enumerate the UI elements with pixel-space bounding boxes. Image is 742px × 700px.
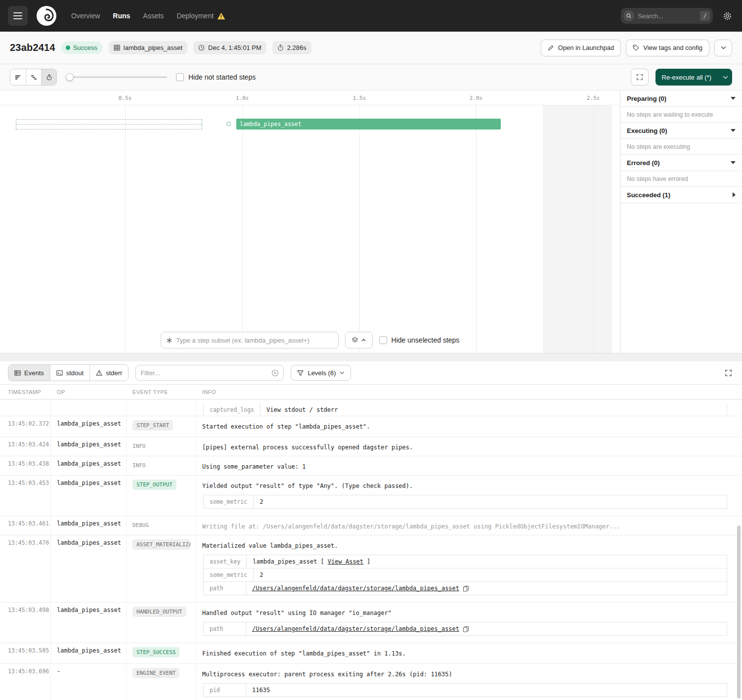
gantt-fullscreen-button[interactable] <box>631 69 649 86</box>
step-waiting-box <box>16 119 202 130</box>
event-type-badge: STEP_OUTPUT <box>132 480 176 490</box>
log-row[interactable]: 13:45:03.470lambda_pipes_assetASSET_MATE… <box>0 535 742 603</box>
view-tags-config-label: View tags and config <box>643 44 702 51</box>
nav-item-assets[interactable]: Assets <box>143 12 164 20</box>
metadata-key: path <box>204 582 246 595</box>
column-header-info: INFO <box>196 385 742 399</box>
log-event-type <box>127 399 196 416</box>
hide-not-started-checkbox[interactable]: Hide not started steps <box>176 73 256 81</box>
log-filter-input[interactable] <box>140 369 267 377</box>
section-label: Succeeded (1) <box>627 191 670 199</box>
chevron-up-icon <box>361 339 366 342</box>
path-link[interactable]: /Users/alangenfeld/data/dagster/storage/… <box>252 625 459 632</box>
chevron-down-icon <box>731 129 736 132</box>
section-errored[interactable]: Errored (0) <box>620 155 742 171</box>
nav-item-overview[interactable]: Overview <box>71 12 100 20</box>
view-tags-config-button[interactable]: View tags and config <box>626 40 709 56</box>
log-info: Writing file at: /Users/alangenfeld/data… <box>196 516 742 535</box>
log-info: Handled output "result" using IO manager… <box>196 603 742 643</box>
zoom-slider-thumb[interactable] <box>66 73 74 81</box>
reexecute-dropdown-button[interactable] <box>718 69 732 86</box>
global-search[interactable]: / <box>621 8 713 24</box>
tab-stdout[interactable]: stdout <box>50 365 89 381</box>
menu-button[interactable] <box>8 6 28 26</box>
path-link[interactable]: /Users/alangenfeld/data/dagster/storage/… <box>252 585 459 592</box>
clear-filter-icon[interactable] <box>271 369 279 377</box>
log-rows: captured_logsView stdout / stderr13:45:0… <box>0 399 742 700</box>
nav-item-deployment[interactable]: Deployment <box>176 12 225 20</box>
hide-unselected-checkbox[interactable]: Hide unselected steps <box>379 336 460 344</box>
gridline <box>476 105 477 353</box>
section-label: Executing (0) <box>627 127 667 134</box>
log-timestamp <box>0 399 51 416</box>
log-op: lambda_pipes_asset <box>51 516 127 535</box>
levels-dropdown-button[interactable]: Levels (6) <box>291 365 351 381</box>
op-selector-icon <box>166 337 173 344</box>
duration: 2.286s <box>287 44 306 51</box>
log-op: lambda_pipes_asset <box>51 476 127 516</box>
after-run-shade <box>543 105 612 353</box>
nav-item-runs[interactable]: Runs <box>113 12 130 20</box>
open-in-launchpad-button[interactable]: Open in Launchpad <box>541 40 621 56</box>
log-tabs: Events stdout stderr <box>8 364 129 381</box>
log-filter-box[interactable] <box>135 365 284 381</box>
section-succeeded[interactable]: Succeeded (1) <box>620 187 742 203</box>
start-time-chip: Dec 4, 1:45:01 PM <box>193 41 266 54</box>
log-row[interactable]: 13:45:03.696-ENGINE_EVENTMultiprocess ex… <box>0 664 742 700</box>
log-row[interactable]: 13:45:03.498lambda_pipes_assetHANDLED_OU… <box>0 603 742 643</box>
run-actions-dropdown-button[interactable] <box>714 40 732 56</box>
settings-button[interactable] <box>721 9 734 23</box>
log-op: lambda_pipes_asset <box>51 416 127 437</box>
graph-query-toggle-button[interactable] <box>345 332 373 349</box>
job-chip[interactable]: lambda_pipes_asset <box>109 41 187 54</box>
status-badge: Success <box>61 42 103 54</box>
log-row[interactable]: 13:45:03.505lambda_pipes_assetSTEP_SUCCE… <box>0 643 742 664</box>
zoom-slider[interactable] <box>66 72 167 82</box>
timed-view-button[interactable] <box>41 69 56 85</box>
flat-view-button[interactable] <box>10 69 26 85</box>
copy-icon[interactable] <box>463 626 469 632</box>
log-row[interactable]: 13:45:03.438lambda_pipes_assetINFOUsing … <box>0 456 742 476</box>
log-row[interactable]: 13:45:02.372lambda_pipes_assetSTEP_START… <box>0 416 742 437</box>
search-shortcut-key: / <box>700 11 710 21</box>
log-row[interactable]: 13:45:03.453lambda_pipes_assetSTEP_OUTPU… <box>0 476 742 516</box>
reexecute-all-button[interactable]: Re-execute all (*) <box>655 69 718 86</box>
gridline <box>593 105 594 353</box>
metadata-key: pid <box>204 684 246 697</box>
section-preparing[interactable]: Preparing (0) <box>620 90 742 107</box>
log-row[interactable]: 13:45:03.461lambda_pipes_assetDEBUGWriti… <box>0 516 742 535</box>
checkbox-icon <box>379 336 387 344</box>
panel-divider[interactable] <box>0 353 742 361</box>
search-input[interactable] <box>638 12 697 20</box>
waterfall-view-button[interactable] <box>26 69 41 85</box>
reexecute-split-button: Re-execute all (*) <box>655 69 732 86</box>
gantt-toolbar: Hide not started steps Re-execute all (*… <box>0 64 742 90</box>
log-row[interactable]: 13:45:03.424lambda_pipes_assetINFO[pipes… <box>0 437 742 456</box>
log-fullscreen-button[interactable] <box>723 367 734 379</box>
primary-nav: Overview Runs Assets Deployment <box>71 12 225 20</box>
vertical-scrollbar[interactable] <box>737 525 741 699</box>
metadata-value: 2 <box>254 569 269 581</box>
hide-not-started-label: Hide not started steps <box>188 73 256 81</box>
log-info: Finished execution of step "lambda_pipes… <box>196 643 742 663</box>
section-empty-text: No steps are waiting to execute <box>620 107 742 123</box>
run-status-side-panel: Preparing (0) No steps are waiting to ex… <box>620 90 742 353</box>
step-subset-box[interactable] <box>161 332 339 349</box>
tab-events[interactable]: Events <box>8 365 50 381</box>
tab-stderr[interactable]: stderr <box>89 365 128 381</box>
dagster-logo-icon <box>37 6 56 26</box>
log-toolbar: Events stdout stderr Levels <box>0 361 742 384</box>
section-executing[interactable]: Executing (0) <box>620 123 742 139</box>
stopwatch-view-icon <box>46 74 52 81</box>
dagster-logo[interactable] <box>37 6 56 26</box>
step-subset-input[interactable] <box>176 337 333 344</box>
view-asset-link[interactable]: View Asset <box>328 558 363 565</box>
log-row[interactable]: captured_logsView stdout / stderr <box>0 399 742 416</box>
log-event-type: STEP_SUCCESS <box>127 643 196 663</box>
copy-icon[interactable] <box>463 585 469 592</box>
log-event-type: HANDLED_OUTPUT <box>127 603 196 643</box>
log-info: captured_logsView stdout / stderr <box>196 399 742 416</box>
pencil-icon <box>548 44 554 51</box>
step-bar[interactable]: lambda_pipes_asset <box>236 119 501 130</box>
gantt-canvas[interactable]: lambda_pipes_asset Hide unselected steps <box>0 105 620 353</box>
